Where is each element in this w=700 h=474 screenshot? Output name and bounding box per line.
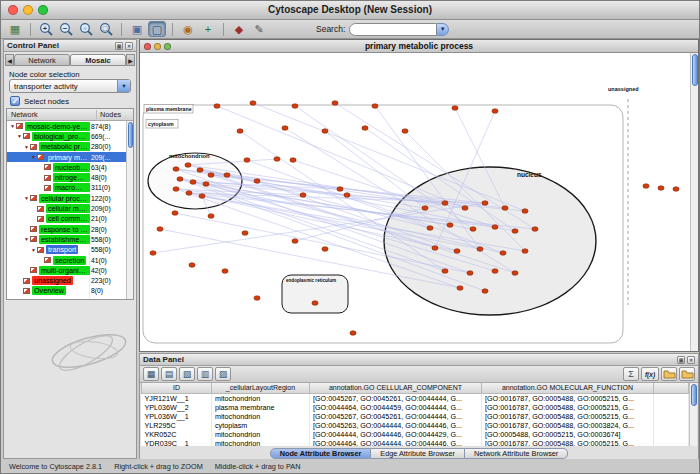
tree-item[interactable]: ▼transport558(0): [7, 245, 126, 255]
network-node[interactable]: [522, 209, 528, 214]
attribute-table-header-row[interactable]: ID_cellularLayoutRegionannotation.GO CEL…: [142, 383, 689, 393]
table-cell[interactable]: [GO:0016787, GO:0005488, GO:0005215, G..…: [482, 403, 654, 412]
tree-item[interactable]: ▼primary metab...209(...: [7, 152, 126, 162]
network-node[interactable]: [482, 201, 488, 206]
network-node[interactable]: [172, 211, 178, 216]
table-cell[interactable]: [GO:0016787, GO:0005488, GO:0005215, G..…: [482, 393, 654, 403]
network-node[interactable]: [344, 193, 350, 198]
network-node[interactable]: [337, 187, 343, 192]
table-cell[interactable]: plasma membrane: [212, 403, 310, 412]
network-node[interactable]: [350, 331, 356, 336]
table-cell[interactable]: [GO:0044464, GO:0044444, GO:0044446, G..…: [310, 439, 482, 447]
frame-close-button[interactable]: [144, 43, 151, 50]
node-color-dropdown[interactable]: transporter activity ▼: [9, 79, 131, 93]
close-panel-icon[interactable]: ✕: [687, 356, 695, 364]
network-scrollbar-thumb[interactable]: [692, 54, 698, 86]
network-node[interactable]: [322, 129, 328, 134]
tree-item[interactable]: cell communica...21(0): [7, 214, 126, 224]
network-node[interactable]: [322, 247, 328, 252]
network-node[interactable]: [512, 271, 518, 276]
tab-scroll-left-icon[interactable]: ◀: [5, 54, 14, 66]
network-node[interactable]: [242, 231, 248, 236]
network-node[interactable]: [362, 126, 368, 131]
network-node[interactable]: [432, 246, 438, 251]
tab-node-attribute-browser[interactable]: Node Attribute Browser: [270, 448, 372, 459]
network-node[interactable]: [186, 191, 192, 196]
network-node[interactable]: [332, 101, 338, 106]
tree-item[interactable]: ▼metabolic process280(0): [7, 142, 126, 152]
tree-item[interactable]: response to stimul...28(0): [7, 224, 126, 234]
table-scrollbar-thumb[interactable]: [691, 384, 697, 406]
network-node[interactable]: [244, 158, 250, 163]
table-cell[interactable]: [GO:0016787, GO:0005488, GO:0005215, G..…: [482, 439, 654, 447]
table-cell[interactable]: YKR052C: [142, 430, 212, 439]
column-settings-icon[interactable]: ▥: [197, 367, 213, 381]
network-node[interactable]: [500, 251, 506, 256]
column-header[interactable]: annotation.GO CELLULAR_COMPONENT: [310, 383, 482, 393]
select-nodes-checkbox[interactable]: ✓ Select nodes: [10, 96, 69, 106]
network-node[interactable]: [173, 167, 179, 172]
network-node[interactable]: [190, 180, 196, 185]
network-node[interactable]: [402, 129, 408, 134]
network-node[interactable]: [208, 173, 214, 178]
table-row[interactable]: YKR052Cmitochondrion[GO:0044444, GO:0044…: [142, 430, 689, 439]
expand-arrow-icon[interactable]: ▼: [9, 123, 16, 129]
network-node[interactable]: [522, 249, 528, 254]
close-window-button[interactable]: [8, 5, 18, 15]
tree-item[interactable]: Overview8(0): [7, 286, 126, 296]
network-node[interactable]: [199, 194, 205, 199]
network-node[interactable]: [300, 193, 306, 198]
expand-arrow-icon[interactable]: ▼: [30, 154, 37, 160]
create-attribute-icon[interactable]: ▤: [161, 367, 177, 381]
column-header[interactable]: annotation.GO MOLECULAR_FUNCTION: [482, 383, 654, 393]
network-node[interactable]: [254, 296, 260, 301]
network-node[interactable]: [189, 263, 195, 268]
table-cell[interactable]: [GO:0045267, GO:0045261, GO:0044444, G..…: [310, 393, 482, 403]
table-cell[interactable]: YLR295C: [142, 421, 212, 430]
network-node[interactable]: [177, 177, 183, 182]
network-node[interactable]: [673, 187, 679, 192]
tree-item[interactable]: macromolecule...311(0): [7, 183, 126, 193]
tree-item[interactable]: ▼cellular process122(0): [7, 193, 126, 203]
tab-scroll-right-icon[interactable]: ▶: [126, 54, 135, 66]
expand-arrow-icon[interactable]: ▼: [23, 236, 30, 242]
sum-function-icon[interactable]: Σ: [623, 367, 639, 381]
zoom-out-icon[interactable]: −: [57, 21, 75, 37]
network-node[interactable]: [462, 206, 468, 211]
network-window-titlebar[interactable]: primary metabolic process: [140, 40, 698, 53]
table-row[interactable]: YPL036W__1mitochondrion[GO:0045267, GO:0…: [142, 412, 689, 421]
network-node[interactable]: [532, 227, 538, 232]
network-node[interactable]: [157, 227, 163, 232]
table-cell[interactable]: [GO:0045267, GO:0045261, GO:0044444, G..…: [310, 412, 482, 421]
table-cell[interactable]: mitochondrion: [212, 393, 310, 403]
expand-arrow-icon[interactable]: ▼: [23, 195, 30, 201]
tree-item[interactable]: cellular metabo...209(0): [7, 203, 126, 213]
table-cell[interactable]: mitochondrion: [212, 412, 310, 421]
network-node[interactable]: [254, 179, 260, 184]
network-node[interactable]: [492, 109, 498, 114]
expand-arrow-icon[interactable]: ▼: [23, 144, 30, 150]
network-node[interactable]: [185, 163, 191, 168]
network-node[interactable]: [274, 157, 280, 162]
network-node[interactable]: [224, 173, 230, 178]
first-neighbors-icon[interactable]: ◉: [179, 21, 197, 37]
close-panel-icon[interactable]: ✕: [125, 42, 133, 50]
network-node[interactable]: [208, 214, 214, 219]
tree-item[interactable]: unassigned223(0): [7, 275, 126, 285]
network-node[interactable]: [292, 239, 298, 244]
tab-network[interactable]: Network: [14, 54, 70, 66]
network-node[interactable]: [512, 229, 518, 234]
zoom-fit-icon[interactable]: □: [97, 21, 115, 37]
network-node[interactable]: [282, 126, 288, 131]
tab-mosaic[interactable]: Mosaic: [70, 54, 126, 66]
network-node[interactable]: [452, 106, 458, 111]
float-panel-icon[interactable]: ▣: [677, 356, 685, 364]
table-cell[interactable]: YDR039C__1: [142, 439, 212, 447]
annotation-icon[interactable]: ✎: [250, 21, 268, 37]
network-node[interactable]: [492, 225, 498, 230]
tab-network-attribute-browser[interactable]: Network Attribute Browser: [465, 448, 568, 459]
network-node[interactable]: [312, 301, 318, 306]
network-node[interactable]: [372, 104, 378, 109]
network-node[interactable]: [290, 158, 296, 163]
window-titlebar[interactable]: Cytoscape Desktop (New Session): [1, 1, 699, 20]
